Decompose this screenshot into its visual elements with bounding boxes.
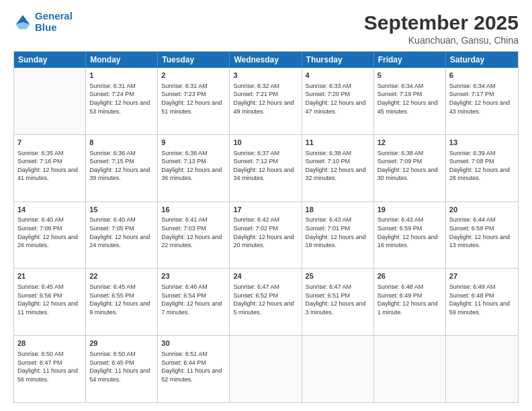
calendar-cell: 27Sunrise: 6:49 AMSunset: 6:48 PMDayligh…	[446, 269, 518, 335]
calendar-cell: 26Sunrise: 6:48 AMSunset: 6:49 PMDayligh…	[374, 269, 446, 335]
cell-info: Sunrise: 6:35 AMSunset: 7:16 PMDaylight:…	[17, 149, 82, 183]
day-number: 2	[161, 71, 226, 81]
day-number: 3	[233, 71, 298, 81]
weekday-header-monday: Monday	[86, 52, 158, 68]
logo-blue: Blue	[35, 22, 73, 34]
cell-info: Sunrise: 6:41 AMSunset: 7:03 PMDaylight:…	[161, 216, 226, 249]
day-number: 25	[306, 271, 370, 281]
day-number: 20	[449, 205, 515, 215]
day-number: 1	[89, 71, 154, 81]
day-number: 5	[378, 71, 442, 81]
cell-info: Sunrise: 6:50 AMSunset: 6:45 PMDaylight:…	[89, 350, 154, 383]
day-number: 30	[161, 338, 226, 349]
cell-info: Sunrise: 6:36 AMSunset: 7:15 PMDaylight:…	[89, 149, 154, 183]
cell-info: Sunrise: 6:37 AMSunset: 7:12 PMDaylight:…	[233, 149, 298, 183]
cell-info: Sunrise: 6:45 AMSunset: 6:55 PMDaylight:…	[89, 283, 154, 316]
day-number: 6	[449, 71, 515, 81]
cell-info: Sunrise: 6:43 AMSunset: 7:01 PMDaylight:…	[306, 216, 370, 249]
cell-info: Sunrise: 6:48 AMSunset: 6:49 PMDaylight:…	[378, 283, 442, 316]
cell-info: Sunrise: 6:31 AMSunset: 7:23 PMDaylight:…	[161, 82, 226, 116]
calendar-cell: 28Sunrise: 6:50 AMSunset: 6:47 PMDayligh…	[14, 336, 86, 402]
weekday-header-wednesday: Wednesday	[230, 52, 302, 68]
cell-info: Sunrise: 6:50 AMSunset: 6:47 PMDaylight:…	[17, 350, 82, 383]
cell-info: Sunrise: 6:43 AMSunset: 6:59 PMDaylight:…	[378, 216, 442, 249]
calendar-cell: 5Sunrise: 6:34 AMSunset: 7:19 PMDaylight…	[374, 68, 446, 134]
calendar-cell: 21Sunrise: 6:45 AMSunset: 6:56 PMDayligh…	[14, 269, 86, 335]
cell-info: Sunrise: 6:42 AMSunset: 7:02 PMDaylight:…	[233, 216, 298, 249]
weekday-header-saturday: Saturday	[446, 52, 518, 68]
calendar-cell: 13Sunrise: 6:39 AMSunset: 7:08 PMDayligh…	[446, 135, 518, 201]
day-number: 28	[17, 338, 82, 349]
calendar-cell: 22Sunrise: 6:45 AMSunset: 6:55 PMDayligh…	[86, 269, 158, 335]
page: General Blue September 2025 Kuanchuan, G…	[0, 0, 532, 411]
weekday-header-tuesday: Tuesday	[158, 52, 230, 68]
logo-general: General	[35, 10, 73, 21]
day-number: 8	[89, 138, 154, 148]
cell-info: Sunrise: 6:40 AMSunset: 7:06 PMDaylight:…	[17, 216, 82, 249]
cell-info: Sunrise: 6:46 AMSunset: 6:54 PMDaylight:…	[161, 283, 226, 316]
calendar-cell	[374, 336, 446, 402]
calendar-row-0: 1Sunrise: 6:31 AMSunset: 7:24 PMDaylight…	[14, 68, 518, 135]
calendar-cell: 24Sunrise: 6:47 AMSunset: 6:52 PMDayligh…	[230, 269, 302, 335]
header: General Blue September 2025 Kuanchuan, G…	[13, 11, 519, 46]
cell-info: Sunrise: 6:44 AMSunset: 6:58 PMDaylight:…	[449, 216, 515, 249]
day-number: 10	[233, 138, 298, 148]
logo-text: General Blue	[35, 11, 73, 33]
calendar-body: 1Sunrise: 6:31 AMSunset: 7:24 PMDaylight…	[14, 68, 518, 402]
calendar-row-1: 7Sunrise: 6:35 AMSunset: 7:16 PMDaylight…	[14, 135, 518, 202]
calendar-cell: 25Sunrise: 6:47 AMSunset: 6:51 PMDayligh…	[302, 269, 374, 335]
title-block: September 2025 Kuanchuan, Gansu, China	[364, 11, 519, 46]
calendar-cell	[230, 336, 302, 402]
cell-info: Sunrise: 6:47 AMSunset: 6:51 PMDaylight:…	[306, 283, 370, 316]
calendar-cell: 19Sunrise: 6:43 AMSunset: 6:59 PMDayligh…	[374, 202, 446, 269]
calendar-cell: 23Sunrise: 6:46 AMSunset: 6:54 PMDayligh…	[158, 269, 230, 335]
calendar-cell: 12Sunrise: 6:38 AMSunset: 7:09 PMDayligh…	[374, 135, 446, 201]
calendar-header: SundayMondayTuesdayWednesdayThursdayFrid…	[14, 52, 518, 68]
day-number: 27	[449, 271, 515, 281]
calendar-cell	[14, 68, 86, 134]
calendar-cell	[302, 336, 374, 402]
cell-info: Sunrise: 6:34 AMSunset: 7:19 PMDaylight:…	[378, 82, 442, 116]
calendar-cell: 3Sunrise: 6:32 AMSunset: 7:21 PMDaylight…	[230, 68, 302, 134]
day-number: 22	[89, 271, 154, 281]
cell-info: Sunrise: 6:31 AMSunset: 7:24 PMDaylight:…	[89, 82, 154, 116]
calendar-cell: 7Sunrise: 6:35 AMSunset: 7:16 PMDaylight…	[14, 135, 86, 201]
day-number: 16	[161, 205, 226, 215]
day-number: 24	[233, 271, 298, 281]
cell-info: Sunrise: 6:34 AMSunset: 7:17 PMDaylight:…	[449, 82, 515, 116]
calendar-cell: 15Sunrise: 6:40 AMSunset: 7:05 PMDayligh…	[86, 202, 158, 269]
cell-info: Sunrise: 6:47 AMSunset: 6:52 PMDaylight:…	[233, 283, 298, 316]
calendar-cell: 10Sunrise: 6:37 AMSunset: 7:12 PMDayligh…	[230, 135, 302, 201]
day-number: 23	[161, 271, 226, 281]
cell-info: Sunrise: 6:40 AMSunset: 7:05 PMDaylight:…	[89, 216, 154, 249]
weekday-header-thursday: Thursday	[302, 52, 374, 68]
calendar-cell: 18Sunrise: 6:43 AMSunset: 7:01 PMDayligh…	[302, 202, 374, 269]
calendar-cell: 29Sunrise: 6:50 AMSunset: 6:45 PMDayligh…	[86, 336, 158, 402]
calendar-cell: 16Sunrise: 6:41 AMSunset: 7:03 PMDayligh…	[158, 202, 230, 269]
calendar-cell: 6Sunrise: 6:34 AMSunset: 7:17 PMDaylight…	[446, 68, 518, 134]
day-number: 18	[306, 205, 370, 215]
calendar-row-3: 21Sunrise: 6:45 AMSunset: 6:56 PMDayligh…	[14, 269, 518, 336]
day-number: 12	[378, 138, 442, 148]
cell-info: Sunrise: 6:39 AMSunset: 7:08 PMDaylight:…	[449, 149, 515, 183]
cell-info: Sunrise: 6:49 AMSunset: 6:48 PMDaylight:…	[449, 283, 515, 316]
calendar: SundayMondayTuesdayWednesdayThursdayFrid…	[13, 51, 519, 403]
cell-info: Sunrise: 6:51 AMSunset: 6:44 PMDaylight:…	[161, 350, 226, 383]
page-subtitle: Kuanchuan, Gansu, China	[364, 35, 519, 46]
day-number: 13	[449, 138, 515, 148]
calendar-cell: 20Sunrise: 6:44 AMSunset: 6:58 PMDayligh…	[446, 202, 518, 269]
calendar-cell: 17Sunrise: 6:42 AMSunset: 7:02 PMDayligh…	[230, 202, 302, 269]
calendar-row-4: 28Sunrise: 6:50 AMSunset: 6:47 PMDayligh…	[14, 336, 518, 402]
calendar-cell: 30Sunrise: 6:51 AMSunset: 6:44 PMDayligh…	[158, 336, 230, 402]
page-title: September 2025	[364, 11, 519, 35]
cell-info: Sunrise: 6:33 AMSunset: 7:20 PMDaylight:…	[306, 82, 370, 116]
cell-info: Sunrise: 6:36 AMSunset: 7:13 PMDaylight:…	[161, 149, 226, 183]
calendar-cell: 1Sunrise: 6:31 AMSunset: 7:24 PMDaylight…	[86, 68, 158, 134]
calendar-cell: 9Sunrise: 6:36 AMSunset: 7:13 PMDaylight…	[158, 135, 230, 201]
day-number: 9	[161, 138, 226, 148]
weekday-header-friday: Friday	[374, 52, 446, 68]
day-number: 7	[17, 138, 82, 148]
logo: General Blue	[13, 11, 73, 33]
calendar-cell: 11Sunrise: 6:38 AMSunset: 7:10 PMDayligh…	[302, 135, 374, 201]
calendar-cell: 14Sunrise: 6:40 AMSunset: 7:06 PMDayligh…	[14, 202, 86, 269]
